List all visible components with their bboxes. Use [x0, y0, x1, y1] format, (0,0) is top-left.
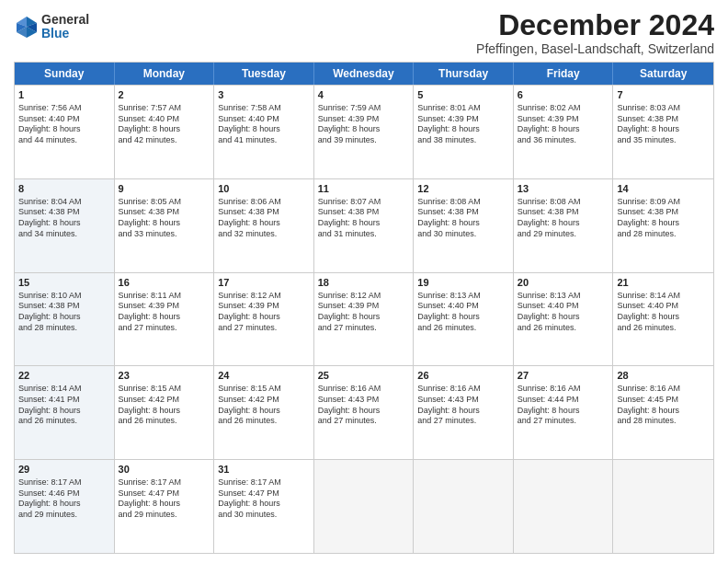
day-info: Sunrise: 8:16 AM Sunset: 4:44 PM Dayligh… [518, 384, 609, 427]
day-number: 12 [417, 182, 509, 196]
day-info: Sunrise: 8:17 AM Sunset: 4:47 PM Dayligh… [218, 477, 310, 521]
day-info: Sunrise: 8:09 AM Sunset: 4:38 PM Dayligh… [617, 197, 710, 240]
day-number: 11 [318, 182, 410, 196]
day-number: 18 [318, 276, 410, 290]
calendar-cell: 7Sunrise: 8:03 AM Sunset: 4:38 PM Daylig… [613, 86, 713, 178]
calendar-cell [613, 460, 713, 553]
calendar-cell: 9Sunrise: 8:05 AM Sunset: 4:38 PM Daylig… [115, 179, 215, 272]
logo: General Blue [14, 13, 89, 41]
day-number: 23 [119, 369, 210, 383]
day-info: Sunrise: 8:03 AM Sunset: 4:38 PM Dayligh… [617, 103, 710, 146]
day-info: Sunrise: 8:07 AM Sunset: 4:38 PM Dayligh… [318, 197, 410, 240]
title-location: Pfeffingen, Basel-Landschaft, Switzerlan… [476, 41, 714, 56]
day-number: 7 [617, 88, 710, 102]
calendar-cell: 30Sunrise: 8:17 AM Sunset: 4:47 PM Dayli… [115, 460, 215, 553]
calendar-row: 8Sunrise: 8:04 AM Sunset: 4:38 PM Daylig… [15, 178, 713, 272]
day-number: 26 [417, 369, 509, 383]
weekday-header: Tuesday [214, 63, 314, 85]
day-number: 29 [18, 463, 110, 477]
calendar-row: 15Sunrise: 8:10 AM Sunset: 4:38 PM Dayli… [15, 272, 713, 366]
calendar-cell: 12Sunrise: 8:08 AM Sunset: 4:38 PM Dayli… [414, 179, 514, 272]
day-number: 4 [318, 88, 410, 102]
calendar-row: 29Sunrise: 8:17 AM Sunset: 4:46 PM Dayli… [15, 459, 713, 553]
logo-text: General Blue [41, 13, 89, 41]
day-info: Sunrise: 8:11 AM Sunset: 4:39 PM Dayligh… [119, 291, 210, 334]
day-number: 5 [417, 88, 509, 102]
calendar-cell: 29Sunrise: 8:17 AM Sunset: 4:46 PM Dayli… [15, 460, 115, 553]
day-number: 27 [518, 369, 609, 383]
day-info: Sunrise: 8:06 AM Sunset: 4:38 PM Dayligh… [218, 197, 310, 240]
calendar-cell: 8Sunrise: 8:04 AM Sunset: 4:38 PM Daylig… [15, 179, 115, 272]
day-number: 19 [417, 276, 509, 290]
day-number: 2 [119, 88, 210, 102]
day-info: Sunrise: 8:04 AM Sunset: 4:38 PM Dayligh… [18, 197, 110, 240]
calendar-cell: 28Sunrise: 8:16 AM Sunset: 4:45 PM Dayli… [613, 366, 713, 459]
day-info: Sunrise: 8:14 AM Sunset: 4:41 PM Dayligh… [18, 384, 110, 427]
day-info: Sunrise: 8:14 AM Sunset: 4:40 PM Dayligh… [617, 291, 710, 334]
calendar-cell: 19Sunrise: 8:13 AM Sunset: 4:40 PM Dayli… [414, 273, 514, 366]
day-info: Sunrise: 7:57 AM Sunset: 4:40 PM Dayligh… [119, 103, 210, 146]
calendar: SundayMondayTuesdayWednesdayThursdayFrid… [14, 62, 714, 554]
day-number: 24 [218, 369, 310, 383]
page: General Blue December 2024 Pfeffingen, B… [0, 0, 728, 563]
day-number: 9 [119, 182, 210, 196]
day-info: Sunrise: 8:12 AM Sunset: 4:39 PM Dayligh… [318, 291, 410, 334]
calendar-cell [314, 460, 415, 553]
calendar-cell: 11Sunrise: 8:07 AM Sunset: 4:38 PM Dayli… [314, 179, 415, 272]
day-number: 1 [18, 88, 110, 102]
weekday-header: Sunday [15, 63, 115, 85]
weekday-header: Thursday [414, 63, 514, 85]
calendar-body: 1Sunrise: 7:56 AM Sunset: 4:40 PM Daylig… [15, 85, 713, 553]
calendar-cell: 15Sunrise: 8:10 AM Sunset: 4:38 PM Dayli… [15, 273, 115, 366]
day-info: Sunrise: 8:08 AM Sunset: 4:38 PM Dayligh… [518, 197, 609, 240]
calendar-cell: 27Sunrise: 8:16 AM Sunset: 4:44 PM Dayli… [514, 366, 614, 459]
calendar-cell: 25Sunrise: 8:16 AM Sunset: 4:43 PM Dayli… [314, 366, 415, 459]
day-number: 17 [218, 276, 310, 290]
day-number: 20 [518, 276, 609, 290]
calendar-cell: 23Sunrise: 8:15 AM Sunset: 4:42 PM Dayli… [115, 366, 215, 459]
day-info: Sunrise: 8:10 AM Sunset: 4:38 PM Dayligh… [18, 291, 110, 334]
title-block: December 2024 Pfeffingen, Basel-Landscha… [476, 9, 714, 56]
day-info: Sunrise: 7:58 AM Sunset: 4:40 PM Dayligh… [218, 103, 310, 146]
day-number: 13 [518, 182, 609, 196]
calendar-cell: 24Sunrise: 8:15 AM Sunset: 4:42 PM Dayli… [214, 366, 314, 459]
day-number: 3 [218, 88, 310, 102]
calendar-cell: 31Sunrise: 8:17 AM Sunset: 4:47 PM Dayli… [214, 460, 314, 553]
day-number: 10 [218, 182, 310, 196]
day-info: Sunrise: 8:15 AM Sunset: 4:42 PM Dayligh… [119, 384, 210, 427]
day-info: Sunrise: 8:16 AM Sunset: 4:43 PM Dayligh… [417, 384, 509, 427]
logo-icon [14, 14, 40, 40]
day-info: Sunrise: 8:13 AM Sunset: 4:40 PM Dayligh… [518, 291, 609, 334]
day-number: 31 [218, 463, 310, 477]
day-number: 16 [119, 276, 210, 290]
calendar-cell: 20Sunrise: 8:13 AM Sunset: 4:40 PM Dayli… [514, 273, 614, 366]
weekday-header: Monday [115, 63, 215, 85]
calendar-cell: 4Sunrise: 7:59 AM Sunset: 4:39 PM Daylig… [314, 86, 415, 178]
calendar-cell [414, 460, 514, 553]
day-info: Sunrise: 8:15 AM Sunset: 4:42 PM Dayligh… [218, 384, 310, 427]
calendar-cell: 3Sunrise: 7:58 AM Sunset: 4:40 PM Daylig… [214, 86, 314, 178]
calendar-cell: 26Sunrise: 8:16 AM Sunset: 4:43 PM Dayli… [414, 366, 514, 459]
day-info: Sunrise: 8:08 AM Sunset: 4:38 PM Dayligh… [417, 197, 509, 240]
day-number: 21 [617, 276, 710, 290]
day-number: 28 [617, 369, 710, 383]
calendar-cell: 17Sunrise: 8:12 AM Sunset: 4:39 PM Dayli… [214, 273, 314, 366]
weekday-header: Saturday [613, 63, 713, 85]
calendar-cell: 2Sunrise: 7:57 AM Sunset: 4:40 PM Daylig… [115, 86, 215, 178]
day-info: Sunrise: 8:12 AM Sunset: 4:39 PM Dayligh… [218, 291, 310, 334]
day-number: 15 [18, 276, 110, 290]
day-info: Sunrise: 8:16 AM Sunset: 4:45 PM Dayligh… [617, 384, 710, 427]
calendar-row: 1Sunrise: 7:56 AM Sunset: 4:40 PM Daylig… [15, 85, 713, 178]
day-info: Sunrise: 8:17 AM Sunset: 4:47 PM Dayligh… [119, 477, 210, 521]
day-info: Sunrise: 8:02 AM Sunset: 4:39 PM Dayligh… [518, 103, 609, 146]
calendar-cell: 14Sunrise: 8:09 AM Sunset: 4:38 PM Dayli… [613, 179, 713, 272]
calendar-cell: 13Sunrise: 8:08 AM Sunset: 4:38 PM Dayli… [514, 179, 614, 272]
logo-general: General [41, 13, 89, 27]
calendar-cell: 6Sunrise: 8:02 AM Sunset: 4:39 PM Daylig… [514, 86, 614, 178]
logo-blue: Blue [41, 27, 89, 40]
day-info: Sunrise: 8:16 AM Sunset: 4:43 PM Dayligh… [318, 384, 410, 427]
day-info: Sunrise: 7:56 AM Sunset: 4:40 PM Dayligh… [18, 103, 110, 146]
calendar-row: 22Sunrise: 8:14 AM Sunset: 4:41 PM Dayli… [15, 365, 713, 459]
weekday-header: Friday [514, 63, 614, 85]
header: General Blue December 2024 Pfeffingen, B… [14, 9, 714, 56]
